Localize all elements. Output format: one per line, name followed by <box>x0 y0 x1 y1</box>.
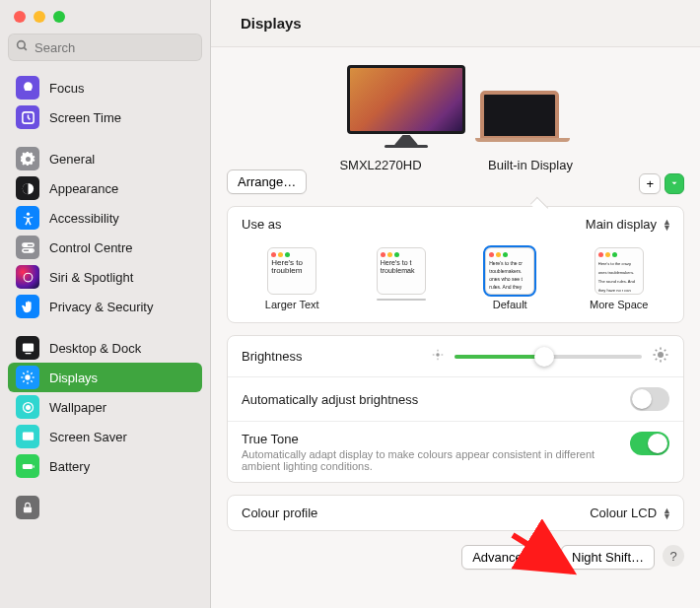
wallpaper-icon <box>16 395 39 419</box>
arrange-button[interactable]: Arrange… <box>227 169 307 194</box>
true-tone-label: True Tone <box>242 432 596 446</box>
svg-line-18 <box>31 380 32 381</box>
auto-brightness-label: Automatically adjust brightness <box>242 392 418 407</box>
displays-icon <box>16 366 39 389</box>
scale-label: Default <box>468 299 551 310</box>
sidebar-item-siri-spotlight[interactable]: Siri & Spotlight <box>8 262 202 292</box>
focus-icon <box>16 76 39 100</box>
brightness-row: Brightness <box>228 336 683 376</box>
sidebar-label: Screen Time <box>49 110 121 125</box>
scale-label: Larger Text <box>250 299 333 310</box>
add-display-menu[interactable] <box>665 173 684 194</box>
screen-time-icon <box>16 105 39 129</box>
sidebar-item-displays[interactable]: Displays <box>8 363 202 392</box>
chevron-down-icon <box>669 178 679 188</box>
svg-point-32 <box>658 352 664 358</box>
sidebar-label: Control Centre <box>49 240 133 255</box>
sidebar-label: Screen Saver <box>49 430 127 444</box>
sidebar-item-screen-time[interactable]: Screen Time <box>8 102 202 132</box>
svg-line-20 <box>31 372 32 373</box>
sidebar-item-control-centre[interactable]: Control Centre <box>8 233 202 262</box>
advanced-button[interactable]: Advanced… <box>461 545 553 570</box>
svg-rect-26 <box>24 507 32 512</box>
search-field[interactable] <box>8 34 202 61</box>
scale-option-2[interactable]: Here's to t troublemak <box>360 247 443 310</box>
svg-rect-10 <box>22 343 33 351</box>
updown-icon: ▲▼ <box>663 219 669 231</box>
search-input[interactable] <box>33 39 194 56</box>
scale-option-more-space[interactable]: Here's to the crazy ones troublemakers. … <box>578 247 661 310</box>
builtin-display-thumbnail[interactable] <box>475 91 564 148</box>
use-as-label: Use as <box>242 217 281 232</box>
sidebar-item-privacy[interactable]: Privacy & Security <box>8 292 202 321</box>
sidebar-item-cutoff[interactable] <box>8 493 202 522</box>
brightness-slider[interactable] <box>455 355 642 359</box>
window-controls <box>0 0 210 34</box>
sidebar-label: Focus <box>49 81 84 96</box>
sidebar-label: Battery <box>49 459 90 474</box>
hand-icon <box>16 295 39 318</box>
sidebar-item-focus[interactable]: Focus <box>8 73 202 102</box>
svg-rect-23 <box>22 432 33 439</box>
updown-icon: ▲▼ <box>663 507 669 519</box>
svg-point-0 <box>18 41 26 49</box>
sidebar-item-general[interactable]: General <box>8 144 202 173</box>
zoom-window-button[interactable] <box>53 11 65 23</box>
svg-point-27 <box>436 353 440 357</box>
sidebar-label: Wallpaper <box>49 400 106 415</box>
night-shift-button[interactable]: Night Shift… <box>561 545 655 570</box>
svg-line-40 <box>665 350 666 352</box>
page-title: Displays <box>211 0 700 47</box>
builtin-display-label: Built-in Display <box>466 158 595 172</box>
sidebar-item-desktop-dock[interactable]: Desktop & Dock <box>8 333 202 363</box>
true-tone-row: True Tone Automatically adapt display to… <box>228 421 683 482</box>
sidebar-item-wallpaper[interactable]: Wallpaper <box>8 392 202 422</box>
svg-point-12 <box>25 374 30 379</box>
battery-icon <box>16 454 39 478</box>
control-centre-icon <box>16 236 39 259</box>
svg-point-9 <box>24 273 33 282</box>
screensaver-icon <box>16 425 39 448</box>
brightness-high-icon <box>652 346 669 367</box>
desktop-dock-icon <box>16 336 39 360</box>
svg-line-38 <box>665 359 666 361</box>
sidebar-label: Siri & Spotlight <box>49 270 133 285</box>
true-tone-description: Automatically adapt display to make colo… <box>242 448 596 472</box>
sidebar-label: Appearance <box>49 181 118 196</box>
siri-icon <box>16 265 39 289</box>
resolution-scaling: Here's to troublem Larger Text Here's to… <box>228 241 683 322</box>
use-as-row: Use as Main display ▲▼ <box>228 207 683 241</box>
close-window-button[interactable] <box>14 11 26 23</box>
brightness-label: Brightness <box>242 349 302 364</box>
svg-point-7 <box>24 243 27 246</box>
svg-line-39 <box>656 359 658 361</box>
gear-icon <box>16 147 39 170</box>
add-display-button[interactable]: + <box>639 173 661 194</box>
external-monitor-thumbnail[interactable] <box>347 65 465 148</box>
help-button[interactable]: ? <box>663 545 684 567</box>
sidebar-label: Desktop & Dock <box>49 341 141 356</box>
sidebar-item-battery[interactable]: Battery <box>8 451 202 481</box>
sidebar-item-accessibility[interactable]: Accessibility <box>8 203 202 233</box>
scale-option-larger[interactable]: Here's to troublem Larger Text <box>250 247 333 310</box>
brightness-low-icon <box>431 348 445 365</box>
sidebar-item-screensaver[interactable]: Screen Saver <box>8 422 202 451</box>
use-as-value: Main display <box>586 217 657 232</box>
accessibility-icon <box>16 206 39 230</box>
scale-option-default[interactable]: Here's to the cr troublemakers. ones who… <box>468 247 551 310</box>
colour-profile-value: Colour LCD <box>590 506 657 520</box>
display-arrangement <box>227 47 684 158</box>
colour-profile-select[interactable]: Colour LCD ▲▼ <box>590 506 669 520</box>
sidebar: Focus Screen Time General Appearance <box>0 0 211 608</box>
true-tone-toggle[interactable] <box>630 432 669 455</box>
use-as-select[interactable]: Main display ▲▼ <box>586 217 669 232</box>
sidebar-item-appearance[interactable]: Appearance <box>8 173 202 203</box>
sidebar-label: Displays <box>49 371 98 385</box>
svg-point-22 <box>26 405 30 409</box>
external-display-label: SMXL2270HD <box>316 158 445 172</box>
svg-line-1 <box>24 47 27 50</box>
auto-brightness-toggle[interactable] <box>630 387 669 411</box>
sidebar-label: General <box>49 152 95 167</box>
minimize-window-button[interactable] <box>34 11 45 23</box>
colour-profile-label: Colour profile <box>242 506 317 520</box>
